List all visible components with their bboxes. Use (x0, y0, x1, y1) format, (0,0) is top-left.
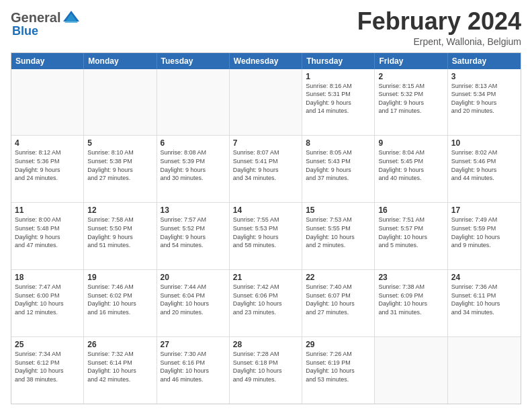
day-info: Sunrise: 8:05 AM Sunset: 5:43 PM Dayligh… (306, 148, 371, 182)
calendar-cell: 18Sunrise: 7:47 AM Sunset: 6:00 PM Dayli… (11, 270, 84, 336)
calendar-cell: 8Sunrise: 8:05 AM Sunset: 5:43 PM Daylig… (302, 136, 375, 202)
cal-header-saturday: Saturday (448, 53, 521, 69)
calendar-cell: 5Sunrise: 8:10 AM Sunset: 5:38 PM Daylig… (84, 136, 157, 202)
calendar-cell: 17Sunrise: 7:49 AM Sunset: 5:59 PM Dayli… (448, 203, 521, 269)
day-info: Sunrise: 8:07 AM Sunset: 5:41 PM Dayligh… (233, 148, 298, 182)
day-number: 27 (161, 340, 226, 349)
day-info: Sunrise: 7:49 AM Sunset: 5:59 PM Dayligh… (451, 216, 517, 249)
day-info: Sunrise: 8:04 AM Sunset: 5:45 PM Dayligh… (378, 148, 443, 182)
day-info: Sunrise: 7:38 AM Sunset: 6:09 PM Dayligh… (378, 283, 443, 316)
day-number: 26 (87, 340, 152, 349)
day-info: Sunrise: 7:36 AM Sunset: 6:11 PM Dayligh… (451, 283, 517, 316)
day-info: Sunrise: 7:40 AM Sunset: 6:07 PM Dayligh… (306, 283, 371, 316)
calendar-cell: 15Sunrise: 7:53 AM Sunset: 5:55 PM Dayli… (302, 203, 375, 269)
day-number: 25 (15, 340, 80, 349)
cal-header-sunday: Sunday (11, 53, 84, 69)
day-number: 5 (87, 138, 152, 148)
day-info: Sunrise: 7:55 AM Sunset: 5:53 PM Dayligh… (233, 216, 298, 249)
calendar-cell: 27Sunrise: 7:30 AM Sunset: 6:16 PM Dayli… (157, 337, 230, 404)
calendar-cell (157, 69, 230, 136)
day-number: 23 (378, 273, 443, 282)
day-info: Sunrise: 7:28 AM Sunset: 6:18 PM Dayligh… (233, 350, 298, 383)
calendar-cell: 19Sunrise: 7:46 AM Sunset: 6:02 PM Dayli… (84, 270, 157, 336)
cal-header-thursday: Thursday (302, 53, 375, 69)
day-info: Sunrise: 8:15 AM Sunset: 5:32 PM Dayligh… (378, 82, 443, 116)
day-number: 15 (306, 205, 371, 215)
day-info: Sunrise: 7:58 AM Sunset: 5:50 PM Dayligh… (87, 216, 152, 249)
day-info: Sunrise: 7:44 AM Sunset: 6:04 PM Dayligh… (161, 283, 226, 316)
calendar-cell: 3Sunrise: 8:13 AM Sunset: 5:34 PM Daylig… (448, 69, 521, 136)
day-number: 7 (233, 138, 298, 148)
logo-icon (62, 8, 81, 27)
calendar-cell: 6Sunrise: 8:08 AM Sunset: 5:39 PM Daylig… (157, 136, 230, 202)
calendar-row-4: 25Sunrise: 7:34 AM Sunset: 6:12 PM Dayli… (11, 337, 521, 404)
day-number: 18 (15, 273, 80, 282)
day-info: Sunrise: 8:08 AM Sunset: 5:39 PM Dayligh… (161, 148, 226, 182)
day-info: Sunrise: 8:12 AM Sunset: 5:36 PM Dayligh… (15, 148, 80, 182)
day-number: 6 (161, 138, 226, 148)
day-number: 21 (233, 273, 298, 282)
calendar-cell: 25Sunrise: 7:34 AM Sunset: 6:12 PM Dayli… (11, 337, 84, 404)
calendar-cell: 11Sunrise: 8:00 AM Sunset: 5:48 PM Dayli… (11, 203, 84, 269)
calendar-cell: 22Sunrise: 7:40 AM Sunset: 6:07 PM Dayli… (302, 270, 375, 336)
day-info: Sunrise: 7:32 AM Sunset: 6:14 PM Dayligh… (87, 350, 152, 383)
day-number: 1 (306, 72, 371, 81)
calendar-cell (230, 69, 302, 136)
calendar-cell: 7Sunrise: 8:07 AM Sunset: 5:41 PM Daylig… (230, 136, 302, 202)
day-number: 24 (451, 273, 517, 282)
day-number: 16 (378, 205, 443, 215)
title-block: February 2024 Erpent, Wallonia, Belgium (357, 8, 521, 47)
day-info: Sunrise: 7:30 AM Sunset: 6:16 PM Dayligh… (161, 350, 226, 383)
day-info: Sunrise: 7:47 AM Sunset: 6:00 PM Dayligh… (15, 283, 80, 316)
calendar-cell: 12Sunrise: 7:58 AM Sunset: 5:50 PM Dayli… (84, 203, 157, 269)
day-info: Sunrise: 8:02 AM Sunset: 5:46 PM Dayligh… (451, 148, 517, 182)
day-number: 8 (306, 138, 371, 148)
day-number: 20 (161, 273, 226, 282)
day-number: 11 (15, 205, 80, 215)
calendar-cell (84, 69, 157, 136)
day-info: Sunrise: 7:26 AM Sunset: 6:19 PM Dayligh… (306, 350, 371, 383)
page-title: February 2024 (357, 8, 521, 35)
day-number: 19 (87, 273, 152, 282)
calendar-cell: 28Sunrise: 7:28 AM Sunset: 6:18 PM Dayli… (230, 337, 302, 404)
day-number: 12 (87, 205, 152, 215)
day-number: 13 (161, 205, 226, 215)
day-number: 10 (451, 138, 517, 148)
page-subtitle: Erpent, Wallonia, Belgium (357, 36, 521, 47)
calendar-cell: 24Sunrise: 7:36 AM Sunset: 6:11 PM Dayli… (448, 270, 521, 336)
logo-general-text: General (11, 10, 60, 26)
calendar-cell: 1Sunrise: 8:16 AM Sunset: 5:31 PM Daylig… (302, 69, 375, 136)
page: General Blue February 2024 Erpent, Wallo… (0, 0, 532, 411)
day-info: Sunrise: 7:46 AM Sunset: 6:02 PM Dayligh… (87, 283, 152, 316)
day-number: 9 (378, 138, 443, 148)
calendar-cell: 13Sunrise: 7:57 AM Sunset: 5:52 PM Dayli… (157, 203, 230, 269)
day-info: Sunrise: 8:00 AM Sunset: 5:48 PM Dayligh… (15, 216, 80, 249)
day-number: 29 (306, 340, 371, 349)
calendar-cell: 9Sunrise: 8:04 AM Sunset: 5:45 PM Daylig… (375, 136, 447, 202)
calendar-cell: 29Sunrise: 7:26 AM Sunset: 6:19 PM Dayli… (302, 337, 375, 404)
day-info: Sunrise: 8:10 AM Sunset: 5:38 PM Dayligh… (87, 148, 152, 182)
calendar-cell: 21Sunrise: 7:42 AM Sunset: 6:06 PM Dayli… (230, 270, 302, 336)
day-number: 2 (378, 72, 443, 81)
day-info: Sunrise: 8:16 AM Sunset: 5:31 PM Dayligh… (306, 82, 371, 116)
day-info: Sunrise: 7:53 AM Sunset: 5:55 PM Dayligh… (306, 216, 371, 249)
day-number: 14 (233, 205, 298, 215)
cal-header-monday: Monday (84, 53, 157, 69)
calendar-cell: 4Sunrise: 8:12 AM Sunset: 5:36 PM Daylig… (11, 136, 84, 202)
calendar-cell: 26Sunrise: 7:32 AM Sunset: 6:14 PM Dayli… (84, 337, 157, 404)
day-number: 3 (451, 72, 517, 81)
day-info: Sunrise: 7:51 AM Sunset: 5:57 PM Dayligh… (378, 216, 443, 249)
header: General Blue February 2024 Erpent, Wallo… (11, 8, 521, 47)
calendar-row-0: 1Sunrise: 8:16 AM Sunset: 5:31 PM Daylig… (11, 69, 521, 136)
day-info: Sunrise: 7:42 AM Sunset: 6:06 PM Dayligh… (233, 283, 298, 316)
calendar-row-2: 11Sunrise: 8:00 AM Sunset: 5:48 PM Dayli… (11, 203, 521, 270)
calendar-cell (375, 337, 447, 404)
calendar-header-row: SundayMondayTuesdayWednesdayThursdayFrid… (11, 53, 521, 69)
calendar-cell: 2Sunrise: 8:15 AM Sunset: 5:32 PM Daylig… (375, 69, 447, 136)
calendar-cell (448, 337, 521, 404)
logo-blue-text: Blue (12, 24, 38, 38)
calendar: SundayMondayTuesdayWednesdayThursdayFrid… (11, 52, 521, 404)
cal-header-tuesday: Tuesday (157, 53, 230, 69)
calendar-cell: 14Sunrise: 7:55 AM Sunset: 5:53 PM Dayli… (230, 203, 302, 269)
calendar-cell: 10Sunrise: 8:02 AM Sunset: 5:46 PM Dayli… (448, 136, 521, 202)
